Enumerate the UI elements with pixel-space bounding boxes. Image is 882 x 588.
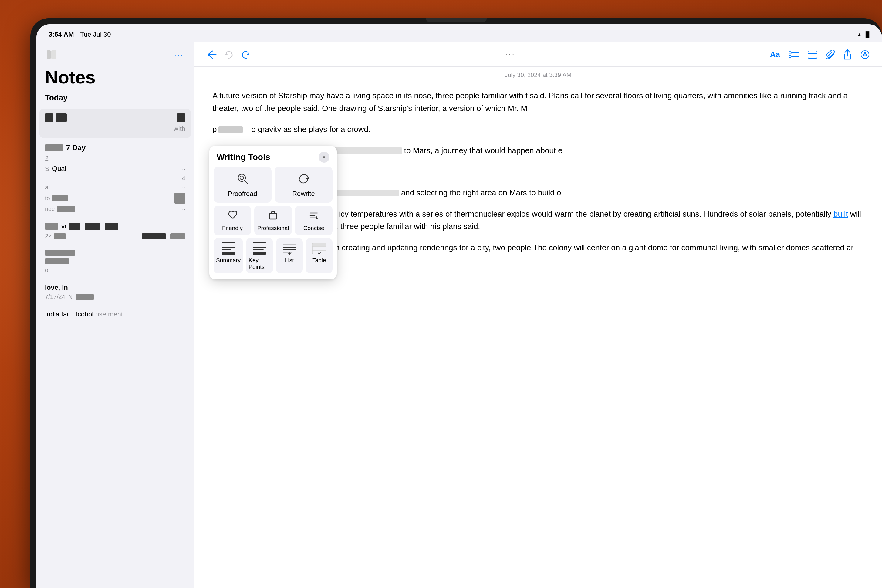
concise-icon [309,211,319,222]
concise-label: Concise [303,225,324,231]
svg-rect-29 [312,243,326,247]
list-icon [282,242,297,255]
proofread-icon [237,173,249,187]
sidebar-toggle-button[interactable] [45,48,58,61]
app-layout: ··· Notes Today with [36,42,882,588]
writing-tools-title: Writing Tools [217,152,270,162]
svg-point-3 [789,55,791,58]
status-date: Tue Jul 30 [80,31,111,39]
proofread-button[interactable]: Proofread [214,167,272,202]
sidebar-more-button[interactable]: ··· [172,48,185,61]
status-bar: 3:54 AM Tue Jul 30 ▲ ▉ [36,24,882,42]
checklist-button[interactable] [789,50,799,59]
status-icons: ▲ ▉ [856,31,870,38]
note-item-3[interactable]: vi 2z [39,218,191,244]
editor-timestamp: July 30, 2024 at 3:39 AM [194,67,882,83]
editor-toolbar: ··· Aa [194,42,882,67]
professional-button[interactable]: Professional [254,206,292,235]
professional-icon [268,211,278,222]
key-points-button[interactable]: Key Points [246,238,273,273]
rewrite-button[interactable]: Rewrite [274,167,333,202]
writing-tools-format-buttons: Summary [209,238,337,273]
list-button[interactable]: List [276,238,303,273]
rewrite-label: Rewrite [292,190,315,198]
list-label: List [285,257,294,264]
svg-line-13 [244,180,248,184]
editor-toolbar-left [206,50,250,59]
writing-tools-header: Writing Tools × [209,146,337,167]
table-button[interactable] [807,50,818,59]
paragraph-1: A future version of Starship may have a … [212,90,864,115]
camera-notch [426,18,487,22]
table-icon-visual [311,242,327,255]
writing-tools-tone-buttons: Friendly Professional [209,206,337,238]
back-button[interactable] [206,50,217,59]
redo-button[interactable] [241,50,250,59]
note-title-2: 7 Day [45,144,185,152]
ipad-screen: 3:54 AM Tue Jul 30 ▲ ▉ ··· [36,24,882,588]
svg-point-14 [240,176,244,180]
note-item-2[interactable]: 7 Day 2 S Qual ··· [39,139,191,217]
friendly-label: Friendly [222,225,243,231]
built-link[interactable]: built [834,209,848,219]
note-list: with 7 Day 2 S [36,105,194,588]
rewrite-icon [298,173,309,187]
table-button[interactable]: Table [306,238,333,273]
summary-label: Summary [216,257,241,264]
battery-icon: ▉ [866,31,870,38]
note-item-1[interactable]: with [39,109,191,138]
note-editor: ··· Aa [194,42,882,588]
note-item-4[interactable]: or [39,246,191,278]
table-label: Table [312,257,326,264]
note-item-5[interactable]: love, in 7/17/24 N [39,279,191,305]
wifi-icon: ▲ [856,32,862,38]
writing-tools-main-buttons: Proofread Rewrite [209,167,337,206]
undo-button[interactable] [224,50,234,59]
summary-button[interactable]: Summary [214,238,243,273]
status-time: 3:54 AM [48,31,74,39]
markup-button[interactable] [860,50,870,59]
professional-label: Professional [257,225,289,231]
note-item-6[interactable]: India far... lcohol ose ment… [39,306,191,323]
editor-toolbar-right: Aa [770,50,870,60]
share-button[interactable] [843,50,852,60]
attachment-button[interactable] [826,50,835,59]
notes-sidebar: ··· Notes Today with [36,42,194,588]
app-title: Notes [36,67,194,91]
svg-rect-0 [47,50,51,59]
svg-point-2 [789,52,791,54]
friendly-button[interactable]: Friendly [214,206,251,235]
proofread-label: Proofread [228,190,257,198]
paragraph-partial-1: p o gravity as she plays for a crowd. [212,123,864,136]
key-points-label: Key Points [249,257,270,270]
font-button[interactable]: Aa [770,50,780,59]
concise-button[interactable]: Concise [295,206,333,235]
svg-rect-1 [51,50,56,59]
summary-icon [220,242,236,255]
writing-tools-close-button[interactable]: × [319,152,330,163]
writing-tools-popup: Writing Tools × [209,146,337,279]
section-today: Today [36,91,194,105]
ipad-frame: 3:54 AM Tue Jul 30 ▲ ▉ ··· [30,18,882,588]
friendly-icon [228,211,237,222]
more-menu-button[interactable]: ··· [505,50,516,59]
key-points-icon [252,242,267,255]
sidebar-toolbar: ··· [36,42,194,67]
svg-rect-6 [808,51,817,58]
